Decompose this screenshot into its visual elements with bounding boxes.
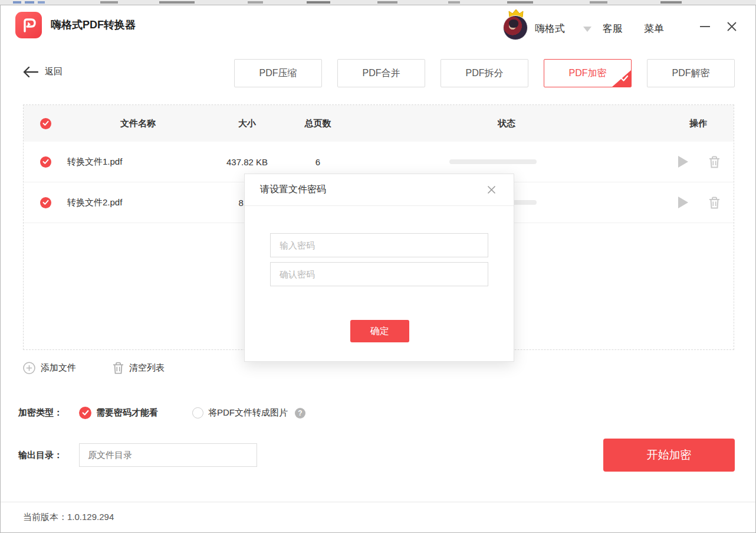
back-arrow-icon [23,67,38,77]
background-window-sliver [0,0,756,5]
header-file-name: 文件名称 [67,118,209,129]
modal-close-button[interactable] [484,183,498,197]
modal-ok-button[interactable]: 确定 [350,320,409,342]
output-dir-value: 原文件目录 [88,450,132,461]
clear-list-label: 清空列表 [129,362,165,374]
close-icon [727,21,737,32]
option-convert-to-image-label: 将PDF文件转成图片 [208,407,288,418]
set-password-modal: 请设置文件密码 确定 [244,174,514,362]
confirm-password-input[interactable] [270,262,488,286]
clear-list-button[interactable]: 清空列表 [113,362,165,374]
avatar-image [503,15,528,40]
plus-circle-icon [23,362,35,374]
option-convert-to-image[interactable]: 将PDF文件转成图片 ? [192,407,305,418]
play-button[interactable] [677,196,689,209]
version-text: 当前版本：1.0.129.294 [23,512,114,523]
footer: 当前版本：1.0.129.294 [1,502,755,532]
user-avatar[interactable] [503,13,529,39]
tab-pdf-merge[interactable]: PDF合并 [337,59,425,87]
add-file-label: 添加文件 [41,362,76,374]
tab-pdf-decrypt[interactable]: PDF解密 [647,59,735,87]
tab-pdf-split[interactable]: PDF拆分 [441,59,528,87]
file-pages: 6 [285,157,350,167]
file-name: 转换文件2.pdf [67,197,209,208]
customer-service-link[interactable]: 客服 [603,22,623,35]
header-pages: 总页数 [285,118,350,129]
app-window: 嗨格式PDF转换器 嗨格式 客服 菜单 返回 PDF压缩 PDF合并 PDF拆分… [0,5,756,533]
tab-pdf-encrypt-label: PDF加密 [569,67,607,80]
app-logo-icon [15,12,42,38]
close-button[interactable] [722,18,741,35]
app-title: 嗨格式PDF转换器 [51,18,136,32]
radio-checked-icon [79,407,91,419]
header-actions: 操作 [663,118,734,129]
row-checkbox[interactable] [40,156,51,168]
header-size: 大小 [209,118,285,129]
play-button[interactable] [677,155,689,168]
selected-corner-check-icon [612,70,632,87]
help-icon[interactable]: ? [295,408,305,418]
username-label[interactable]: 嗨格式 [535,22,565,35]
header-status: 状态 [350,118,663,129]
output-dir-select[interactable]: 原文件目录 [79,443,257,467]
modal-title: 请设置文件密码 [260,184,326,196]
back-button[interactable]: 返回 [23,66,63,77]
option-password-required[interactable]: 需要密码才能看 [79,407,158,419]
encrypt-type-label: 加密类型： [18,407,63,418]
back-label: 返回 [45,66,63,77]
file-size: 437.82 KB [209,157,285,167]
progress-bar [449,159,537,164]
delete-button[interactable] [709,156,720,168]
menu-link[interactable]: 菜单 [644,22,664,35]
account-chevron-down-icon[interactable] [583,27,591,32]
modal-close-icon [487,185,496,194]
titlebar: 嗨格式PDF转换器 嗨格式 客服 菜单 [1,5,755,44]
tab-pdf-encrypt[interactable]: PDF加密 [544,59,632,87]
select-all-checkbox[interactable] [40,118,51,129]
delete-button[interactable] [709,197,720,209]
start-encrypt-button[interactable]: 开始加密 [603,439,735,472]
radio-unchecked-icon [192,407,203,418]
option-password-required-label: 需要密码才能看 [96,407,158,418]
trash-icon [113,362,124,374]
output-dir-label: 输出目录： [18,450,63,461]
minimize-icon [700,26,710,27]
row-checkbox[interactable] [40,197,51,208]
table-header-row: 文件名称 大小 总页数 状态 操作 [24,105,734,142]
add-file-button[interactable]: 添加文件 [23,362,76,374]
file-name: 转换文件1.pdf [67,156,209,168]
tab-pdf-compress[interactable]: PDF压缩 [234,59,322,87]
minimize-button[interactable] [695,18,714,35]
password-input[interactable] [270,233,488,257]
